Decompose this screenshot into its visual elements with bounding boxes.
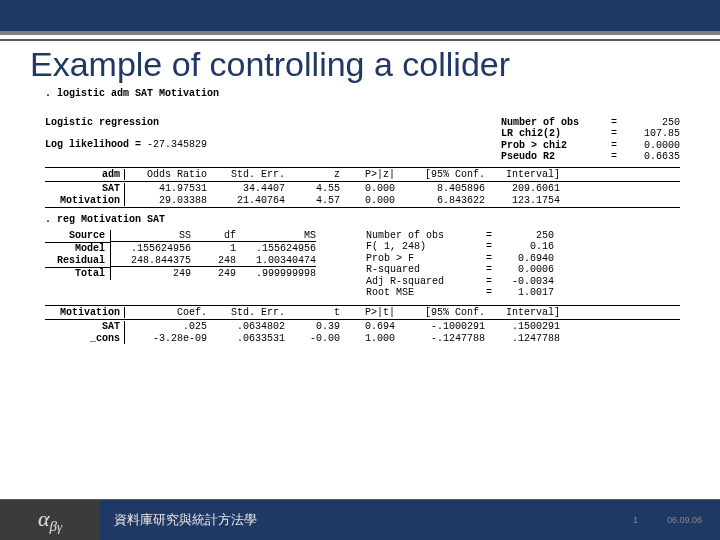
cmd-reg: . reg Motivation SAT [45,214,680,226]
logit-row: SAT41.9753134.44074.550.0008.405896209.6… [45,183,680,195]
logit-row: Motivation29.0338821.407644.570.0006.843… [45,195,680,207]
reg-table: Motivation Coef. Std. Err. t P>|t| [95% … [45,305,680,345]
logit-table: adm Odds Ratio Std. Err. z P>|z| [95% Co… [45,167,680,209]
header-bar [0,0,720,35]
loglik: Log likelihood = -27.345829 [45,139,207,151]
page-number: 1 [633,515,638,525]
logit-name: Logistic regression [45,117,207,129]
anova-row: Residual248.8443752481.00340474 [45,255,316,267]
slide: Example of controlling a collider . logi… [0,0,720,540]
reg-row: SAT.025.06348020.390.694-.1000291.150029… [45,321,680,333]
cmd-logistic: . logistic adm SAT Motivation [45,88,680,100]
logo-box: αβγ [0,500,100,540]
slide-title: Example of controlling a collider [0,35,720,88]
anova-block: Source SS df MS Model.1556249561.1556249… [45,230,680,299]
reg-row: _cons-3.28e-09.0633531-0.001.000-.124778… [45,333,680,345]
reg-stats: Number of obs=250F( 1, 248)=0.16Prob > F… [366,230,554,299]
anova-row: Model.1556249561.155624956 [45,243,316,255]
footer-text: 資料庫研究與統計方法學 [100,500,720,540]
logit-stats: Number of obs=250LR chi2(2)=107.85Prob >… [501,106,680,163]
footer: αβγ 資料庫研究與統計方法學 1 06.09.06 [0,500,720,540]
footer-date: 06.09.06 [667,515,702,525]
stata-output: . logistic adm SAT Motivation Logistic r… [0,88,720,344]
